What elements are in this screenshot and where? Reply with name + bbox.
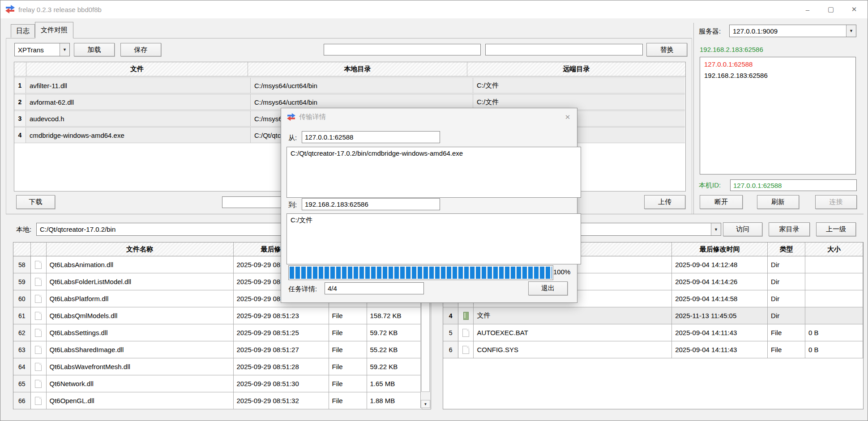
compare-table-header: 文件 本地目录 远端目录 <box>14 62 685 77</box>
col-name[interactable]: 文件名称 <box>46 242 233 256</box>
visit-button[interactable]: 访问 <box>723 222 762 236</box>
table-row[interactable]: 6 CONFIG.SYS 2025-09-04 14:11:43 File 0 … <box>443 341 863 358</box>
cell-modified: 2025-09-29 08:51:23 <box>233 307 329 324</box>
save-button[interactable]: 保存 <box>120 43 161 56</box>
cell-modified: 2025-09-04 14:14:26 <box>672 273 768 290</box>
local-id-input[interactable] <box>730 179 857 191</box>
close-icon[interactable]: ✕ <box>842 0 866 18</box>
cell-name: AUTOEXEC.BAT <box>474 324 672 341</box>
cell-type: File <box>329 392 367 409</box>
app-icon <box>5 5 15 13</box>
table-row[interactable]: 1 avfilter-11.dll C:/msys64/ucrt64/bin C… <box>14 77 685 94</box>
queue-input[interactable] <box>222 196 284 208</box>
row-number: 4 <box>443 307 458 324</box>
cell-name: Qt6LabsFolderListModel.dll <box>46 273 233 290</box>
file-icon <box>458 324 474 341</box>
title-bar: frelay 0.2.3 release bbd0f8b – ▢ ✕ <box>0 0 868 18</box>
cell-size <box>805 290 863 307</box>
cell-name: Qt6LabsSettings.dll <box>46 324 233 341</box>
download-button[interactable]: 下载 <box>16 195 55 209</box>
cell-file: audevcod.h <box>26 111 251 126</box>
table-row[interactable]: 66 Qt6OpenGL.dll 2025-09-29 08:51:32 Fil… <box>13 392 422 409</box>
folder-icon <box>458 307 474 324</box>
tab-file-compare[interactable]: 文件对照 <box>35 22 73 38</box>
close-icon[interactable]: ✕ <box>563 112 573 122</box>
scroll-down-icon[interactable]: ▼ <box>421 400 430 408</box>
icon-header <box>30 242 46 256</box>
preset-combobox[interactable]: XPTrans ▼ <box>14 43 70 56</box>
preset-value: XPTrans <box>15 43 60 56</box>
minimize-icon[interactable]: – <box>796 0 819 18</box>
col-local-dir[interactable]: 本地目录 <box>248 62 467 76</box>
chevron-down-icon[interactable]: ▼ <box>711 223 721 235</box>
list-item[interactable]: 192.168.2.183:62586 <box>700 70 855 81</box>
file-icon <box>458 341 474 358</box>
col-size[interactable]: 大小 <box>805 242 863 256</box>
table-row[interactable]: 62 Qt6LabsSettings.dll 2025-09-29 08:51:… <box>13 324 422 341</box>
local-id-label: 本机ID: <box>699 181 721 190</box>
find-input[interactable] <box>324 44 481 55</box>
cell-size: 55.22 KB <box>367 341 422 358</box>
corner-header <box>14 62 26 76</box>
task-details-input[interactable] <box>325 282 424 294</box>
table-row[interactable]: 63 Qt6LabsSharedImage.dll 2025-09-29 08:… <box>13 341 422 358</box>
replace-button[interactable]: 替换 <box>646 43 687 56</box>
list-item[interactable]: 127.0.0.1:62588 <box>700 59 855 70</box>
cell-modified: 2025-09-29 08:51:25 <box>233 324 329 341</box>
from-file-list[interactable]: C:/Qt/qtcreator-17.0.2/bin/cmdbridge-win… <box>286 147 581 198</box>
up-level-button[interactable]: 上一级 <box>816 222 856 236</box>
list-item[interactable]: C:/Qt/qtcreator-17.0.2/bin/cmdbridge-win… <box>291 149 463 157</box>
cell-remote: C:/文件 <box>473 94 685 110</box>
cell-name: Qt6LabsQmlModels.dll <box>46 307 233 324</box>
app-window: frelay 0.2.3 release bbd0f8b – ▢ ✕ 日志 文件… <box>0 0 868 421</box>
row-number: 66 <box>13 392 30 409</box>
cell-name: Qt6LabsSharedImage.dll <box>46 341 233 358</box>
chevron-down-icon[interactable]: ▼ <box>60 43 69 56</box>
peer-listbox[interactable]: 127.0.0.1:62588 192.168.2.183:62586 <box>700 57 856 174</box>
transfer-details-dialog: 传输详情 ✕ 从: C:/Qt/qtcreator-17.0.2/bin/cmd… <box>281 108 577 303</box>
to-file-list[interactable]: C:/文件 <box>286 213 581 264</box>
row-number: 3 <box>14 111 26 126</box>
cell-type: Dir <box>768 290 805 307</box>
cell-type: Dir <box>768 256 805 273</box>
connect-button[interactable]: 连接 <box>815 195 857 209</box>
to-input[interactable] <box>302 198 440 210</box>
refresh-button[interactable]: 刷新 <box>757 195 799 209</box>
tab-log[interactable]: 日志 <box>11 24 35 38</box>
list-item[interactable]: C:/文件 <box>291 216 312 224</box>
cell-size: 0 B <box>805 341 863 358</box>
window-controls: – ▢ ✕ <box>796 0 866 18</box>
col-type[interactable]: 类型 <box>768 242 805 256</box>
chevron-down-icon[interactable]: ▼ <box>846 25 856 37</box>
exit-button[interactable]: 退出 <box>528 281 568 295</box>
file-icon <box>30 341 46 358</box>
tab-compare-label: 文件对照 <box>41 26 68 34</box>
table-row[interactable]: 61 Qt6LabsQmlModels.dll 2025-09-29 08:51… <box>13 307 422 324</box>
row-number: 64 <box>13 358 30 375</box>
col-modified[interactable]: 最后修改时间 <box>672 242 768 256</box>
cell-type: File <box>768 324 805 341</box>
table-row[interactable]: 5 AUTOEXEC.BAT 2025-09-04 14:11:43 File … <box>443 324 863 341</box>
maximize-icon[interactable]: ▢ <box>819 0 842 18</box>
server-combobox[interactable]: 127.0.0.1:9009 ▼ <box>729 25 856 37</box>
home-dir-button[interactable]: 家目录 <box>769 222 810 236</box>
cell-name: Qt6LabsWavefrontMesh.dll <box>46 358 233 375</box>
replace-input[interactable] <box>485 44 643 55</box>
table-row[interactable]: 65 Qt6Network.dll 2025-09-29 08:51:30 Fi… <box>13 375 422 392</box>
cell-modified: 2025-09-04 14:11:43 <box>672 341 768 358</box>
col-remote-dir[interactable]: 远端目录 <box>467 62 685 76</box>
from-input[interactable] <box>302 131 440 143</box>
server-value: 127.0.0.1:9009 <box>730 25 846 37</box>
cell-file: avformat-62.dll <box>26 94 251 110</box>
table-row-selected[interactable]: 4 文件 2025-11-13 11:45:05 Dir <box>443 307 863 324</box>
table-row[interactable]: 64 Qt6LabsWavefrontMesh.dll 2025-09-29 0… <box>13 358 422 375</box>
disconnect-button[interactable]: 断开 <box>700 195 743 209</box>
tab-log-label: 日志 <box>16 27 30 35</box>
from-label: 从: <box>288 134 297 142</box>
col-file[interactable]: 文件 <box>26 62 248 76</box>
cell-size: 59.22 KB <box>367 358 422 375</box>
cell-type: File <box>329 324 367 341</box>
load-button[interactable]: 加载 <box>74 43 115 56</box>
row-number: 62 <box>13 324 30 341</box>
upload-button[interactable]: 上传 <box>644 195 685 209</box>
